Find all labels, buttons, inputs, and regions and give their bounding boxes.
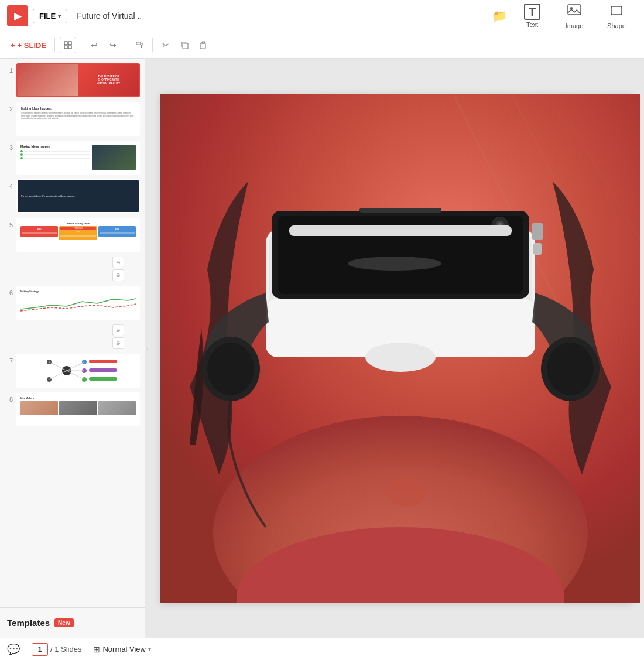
slide-item-4[interactable]: 4 It's not about ideas, It's about makin… — [5, 179, 140, 213]
view-chevron-icon: ▾ — [148, 646, 151, 652]
svg-point-48 — [348, 257, 441, 271]
slide-thumb-6[interactable]: Making Strategy — [16, 286, 140, 320]
slide-thumb-3[interactable]: Making Ideas happen — [16, 141, 140, 175]
slides-panel: 1 THE FUTURE OFSHOPPING WITHVIRTUAL REAL… — [0, 59, 145, 638]
canvas-area — [149, 59, 644, 638]
templates-bar[interactable]: Templates New — [0, 607, 145, 638]
slide-thumb-7[interactable] — [16, 354, 140, 388]
svg-rect-23 — [89, 377, 117, 381]
shape-icon — [609, 2, 624, 21]
plus-icon: + — [11, 41, 15, 50]
slide-number-4: 4 — [5, 179, 13, 190]
file-label: FILE — [39, 12, 56, 20]
slide4-text: It's not about ideas, It's about making … — [21, 194, 90, 198]
slide3-title: Making Ideas happen — [20, 145, 90, 148]
slide6-expand-btn[interactable]: ⊕ — [112, 324, 124, 336]
file-menu-button[interactable]: FILE ▾ — [33, 9, 67, 23]
app-logo-icon: ▶ — [14, 11, 21, 22]
image-tool-label: Image — [566, 22, 584, 29]
slides-list: 1 THE FUTURE OFSHOPPING WITHVIRTUAL REAL… — [0, 59, 145, 607]
main-area: 1 THE FUTURE OFSHOPPING WITHVIRTUAL REAL… — [0, 59, 644, 638]
svg-rect-47 — [289, 225, 512, 236]
svg-rect-22 — [89, 368, 117, 372]
svg-rect-0 — [568, 5, 581, 15]
slide-thumb-4[interactable]: It's not about ideas, It's about making … — [16, 179, 140, 213]
svg-line-16 — [49, 362, 67, 371]
status-bar: 💬 1 / 1 Slides ⊞ Normal View ▾ — [0, 638, 644, 660]
image-icon — [567, 2, 582, 21]
folder-icon[interactable]: 📁 — [492, 9, 507, 23]
svg-rect-39 — [532, 223, 543, 240]
slide5-collapse-btn[interactable]: ⊖ — [112, 269, 124, 281]
slide-number-2: 2 — [5, 102, 13, 112]
svg-rect-40 — [533, 243, 542, 255]
svg-rect-6 — [68, 46, 71, 49]
undo-button[interactable]: ↩ — [86, 37, 102, 53]
current-slide-number[interactable]: 1 — [32, 643, 48, 656]
svg-rect-7 — [183, 43, 188, 49]
toolbar-divider-2 — [81, 38, 81, 52]
comment-icon[interactable]: 💬 — [7, 643, 20, 656]
toolbar-top: ▶ FILE ▾ Future of Virtual .. 📁 T Text I… — [0, 0, 644, 32]
slide-thumb-1[interactable]: THE FUTURE OFSHOPPING WITHVIRTUAL REALIT… — [16, 63, 140, 97]
slide-info: 1 / 1 Slides — [32, 643, 81, 656]
svg-rect-3 — [64, 42, 67, 45]
slide-thumb-8[interactable]: Idea Makers — [16, 392, 140, 426]
copy-button[interactable] — [176, 37, 193, 53]
slide8-title: Idea Makers — [20, 396, 136, 399]
app-logo[interactable]: ▶ — [7, 5, 28, 26]
slide-thumb-5[interactable]: Simple Pricing Table $10 Basic Feature P… — [16, 218, 140, 252]
svg-line-18 — [67, 362, 84, 371]
slide-number-1: 1 — [5, 63, 13, 74]
slide5-title: Simple Pricing Table — [20, 222, 136, 225]
vr-hero-image — [160, 94, 640, 603]
slide-item-3[interactable]: 3 Making Ideas happen — [5, 141, 140, 175]
paste-button[interactable] — [195, 37, 211, 53]
add-slide-button[interactable]: + + SLIDE — [7, 39, 50, 52]
text-icon: T — [524, 4, 540, 20]
text-tool-label: Text — [526, 21, 538, 28]
svg-rect-21 — [89, 360, 117, 363]
templates-badge: New — [54, 618, 74, 627]
slide6-collapse-btn[interactable]: ⊖ — [112, 337, 124, 349]
slide-number-5: 5 — [5, 218, 13, 228]
slide-number-3: 3 — [5, 141, 13, 151]
image-tool-button[interactable]: Image — [554, 0, 595, 32]
view-label: Normal View — [102, 645, 145, 654]
paint-format-button[interactable] — [131, 37, 148, 53]
toolbar-divider-4 — [152, 38, 153, 52]
svg-point-30 — [386, 477, 427, 507]
slide-item-6[interactable]: 6 Making Strategy — [5, 286, 140, 320]
shape-tool-button[interactable]: Shape — [596, 0, 637, 32]
cut-button[interactable]: ✂ — [157, 37, 174, 53]
shape-tool-label: Shape — [607, 22, 626, 29]
slide-item-7[interactable]: 7 — [5, 354, 140, 388]
svg-rect-5 — [64, 46, 67, 49]
slide-item-8[interactable]: 8 Idea Makers — [5, 392, 140, 426]
slide-item-5[interactable]: 5 Simple Pricing Table $10 Basic Feature — [5, 218, 140, 252]
svg-rect-2 — [611, 6, 622, 15]
svg-rect-8 — [200, 43, 205, 49]
file-chevron-icon: ▾ — [58, 13, 61, 19]
slide6-title: Making Strategy — [20, 290, 136, 293]
layout-button[interactable] — [60, 37, 76, 53]
slide5-expand-btn[interactable]: ⊕ — [112, 257, 124, 268]
slide2-title: Making Ideas happen. — [21, 107, 135, 110]
toolbar-divider-3 — [126, 38, 126, 52]
slide-number-7: 7 — [5, 354, 13, 364]
view-selector[interactable]: ⊞ Normal View ▾ — [93, 645, 150, 654]
right-tools: T Text Image Shape — [512, 0, 637, 32]
slide-label: + SLIDE — [18, 41, 47, 50]
redo-button[interactable]: ↪ — [105, 37, 121, 53]
templates-label: Templates — [7, 618, 50, 628]
slide-canvas[interactable] — [160, 94, 632, 603]
slide-number-6: 6 — [5, 286, 13, 296]
svg-line-20 — [67, 371, 84, 379]
slide-thumb-2[interactable]: Making Ideas happen. In making ideas hap… — [16, 102, 140, 136]
svg-point-44 — [207, 343, 254, 395]
svg-rect-35 — [359, 208, 441, 213]
presentation-title[interactable]: Future of Virtual .. — [77, 11, 488, 20]
slide-item-2[interactable]: 2 Making Ideas happen. In making ideas h… — [5, 102, 140, 136]
slide-item-1[interactable]: 1 THE FUTURE OFSHOPPING WITHVIRTUAL REAL… — [5, 63, 140, 97]
text-tool-button[interactable]: T Text — [512, 0, 553, 32]
